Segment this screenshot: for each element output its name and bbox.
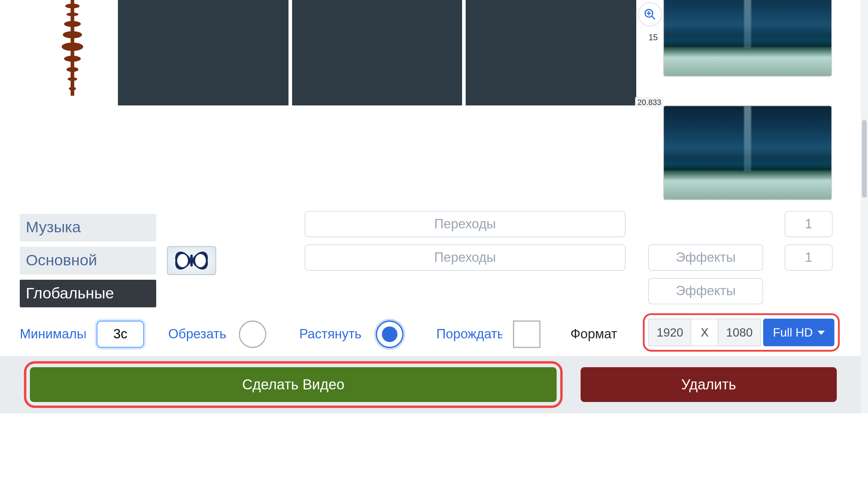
vertical-scrollbar[interactable]: [861, 0, 868, 413]
dimension-x-separator: X: [692, 319, 718, 346]
svg-line-11: [651, 16, 655, 19]
timeline-clip[interactable]: [466, 0, 636, 105]
timeline-clip[interactable]: [118, 0, 288, 105]
svg-point-9: [69, 87, 76, 91]
main-track-thumb[interactable]: [167, 246, 216, 275]
clip-thumbnail[interactable]: [663, 0, 832, 77]
clip-thumbnail[interactable]: [663, 105, 832, 200]
track-label-global[interactable]: Глобальные: [20, 279, 156, 307]
svg-point-8: [68, 77, 77, 81]
track-label-main[interactable]: Основной: [20, 247, 156, 274]
track-label-music[interactable]: Музыка: [20, 214, 156, 241]
make-video-button[interactable]: Сделать Видео: [30, 367, 557, 402]
height-input[interactable]: [718, 319, 761, 346]
thumbnail-timestamp: 20.833: [635, 97, 664, 107]
resolution-preset-label: Full HD: [773, 325, 813, 339]
svg-point-6: [64, 56, 81, 62]
svg-point-4: [63, 31, 82, 38]
delete-button[interactable]: Удалить: [581, 367, 837, 402]
resolution-preset-dropdown[interactable]: Full HD: [763, 319, 835, 346]
timeline-left-pad: [0, 0, 31, 105]
svg-point-7: [66, 67, 78, 72]
svg-point-2: [66, 13, 78, 16]
stretch-label: Растянуть: [299, 326, 365, 342]
audio-waveform-block[interactable]: [31, 0, 114, 105]
zoom-in-button[interactable]: [638, 3, 662, 27]
zoom-in-icon: [643, 8, 656, 21]
timeline-clips-row: [0, 0, 636, 105]
caret-down-icon: [818, 330, 825, 335]
spawn-label: Порождать: [437, 326, 502, 342]
crop-label: Обрезать: [168, 326, 228, 342]
stretch-radio[interactable]: [376, 320, 403, 348]
format-label: Формат: [571, 326, 617, 342]
thumbnail-panel: 15 20.833: [636, 0, 861, 207]
svg-point-5: [62, 42, 83, 51]
transitions-button-1[interactable]: Переходы: [305, 211, 625, 237]
crop-radio[interactable]: [239, 320, 267, 348]
action-bar: Сделать Видео Удалить: [0, 356, 861, 413]
format-group: X Full HD: [643, 313, 840, 352]
count-box-2[interactable]: 1: [785, 244, 832, 271]
spawn-checkbox[interactable]: [513, 320, 541, 348]
butterfly-icon: [171, 248, 213, 273]
effects-button-2[interactable]: Эффекты: [648, 278, 763, 304]
effects-button-1[interactable]: Эффекты: [648, 244, 763, 271]
waveform-icon: [60, 0, 84, 96]
svg-point-1: [65, 4, 80, 8]
options-row: Минимальн Обрезать Растянуть Порождать Ф…: [20, 316, 840, 352]
min-duration-input[interactable]: [96, 320, 144, 348]
transitions-button-2[interactable]: Переходы: [305, 244, 625, 271]
svg-rect-16: [190, 254, 193, 266]
svg-point-15: [195, 254, 206, 267]
count-box-1[interactable]: 1: [785, 211, 832, 237]
zoom-column: 15: [636, 0, 663, 42]
width-input[interactable]: [648, 319, 692, 346]
svg-point-3: [64, 21, 81, 27]
zoom-tick-label: 15: [636, 32, 660, 42]
svg-point-14: [177, 254, 188, 267]
timeline-clip[interactable]: [292, 0, 462, 105]
tracks-block: Музыка Основной Глобальные Переходы Пере…: [20, 211, 834, 310]
make-video-highlight: Сделать Видео: [24, 361, 563, 408]
min-duration-label: Минимальн: [20, 326, 86, 342]
